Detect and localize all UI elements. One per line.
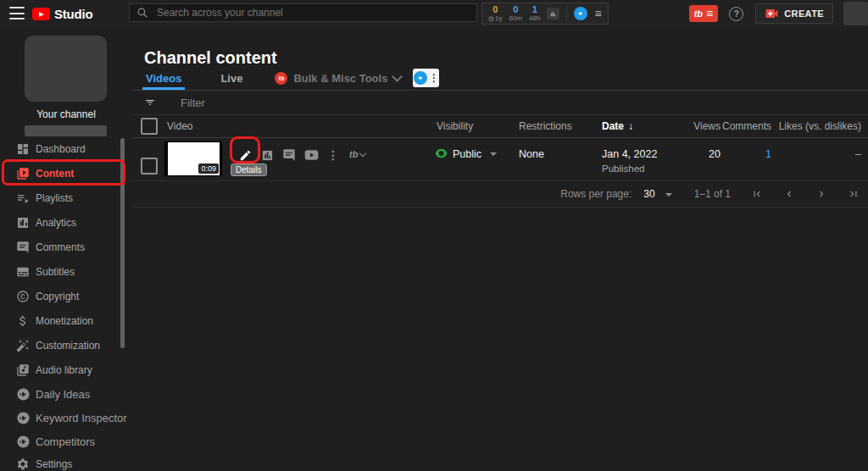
tubebuddy-badge: tb (349, 149, 358, 159)
sidebar-item-label: Audio library (36, 364, 92, 376)
create-label: CREATE (784, 8, 824, 19)
copyright-icon (15, 289, 31, 304)
column-header-restrictions[interactable]: Restrictions (506, 120, 591, 132)
comments-count-link[interactable]: 1 (765, 148, 771, 160)
sidebar-item-audio-library[interactable]: Audio library (0, 357, 132, 382)
channel-avatar[interactable] (25, 36, 107, 102)
tubebuddy-row-dropdown[interactable]: tb (349, 149, 365, 159)
vidiq-tools-button[interactable]: ⋮ (413, 69, 439, 87)
view-on-youtube-button[interactable] (300, 144, 322, 166)
search-input[interactable] (155, 6, 470, 19)
vidiq-chart-icon[interactable] (547, 8, 559, 19)
vidiq-stats-widget[interactable]: 0 1y 0 60m 1 48h ≡ (481, 3, 609, 25)
first-page-button[interactable] (751, 188, 763, 200)
sidebar-item-competitors[interactable]: Competitors (0, 429, 132, 453)
sidebar-scrollbar[interactable] (120, 138, 125, 348)
chevron-down-icon (392, 71, 403, 82)
sidebar-item-dashboard[interactable]: Dashboard (0, 136, 132, 161)
sidebar-item-label: Competitors (36, 435, 95, 448)
sidebar-item-label: Subtitles (36, 266, 75, 278)
column-header-comments[interactable]: Comments (722, 120, 773, 132)
vidiq-menu-icon[interactable]: ≡ (594, 8, 601, 19)
your-channel-label: Your channel (0, 108, 132, 120)
video-duration-badge: 0:09 (198, 163, 219, 174)
help-icon: ? (734, 9, 739, 19)
tab-live[interactable]: Live (219, 66, 244, 90)
youtube-play-icon (32, 8, 50, 20)
filter-bar (132, 91, 868, 115)
sidebar-item-settings[interactable]: Settings (0, 453, 132, 471)
tab-label: Live (220, 72, 242, 85)
stat-48h-value: 1 (532, 5, 537, 14)
main-content: Channel content Videos Live tb Bulk & Mi… (132, 27, 868, 471)
sidebar-item-label: Settings (36, 458, 72, 470)
sidebar-item-subtitles[interactable]: Subtitles (0, 259, 132, 284)
filter-input[interactable] (179, 96, 437, 110)
stat-60m-value: 0 (513, 5, 518, 14)
vidiq-logo-icon[interactable] (574, 7, 587, 20)
sidebar-item-analytics[interactable]: Analytics (0, 210, 132, 235)
tubebuddy-logo: tb (694, 9, 703, 19)
previous-page-button[interactable] (783, 188, 795, 200)
sidebar-item-playlists[interactable]: Playlists (0, 186, 132, 210)
last-page-button[interactable] (848, 188, 860, 200)
account-avatar[interactable] (843, 2, 868, 25)
stat-48h: 1 48h (529, 5, 540, 22)
menu-hamburger-icon[interactable] (9, 7, 25, 19)
filter-icon (143, 97, 157, 108)
sidebar-item-label: Keyword Inspector (36, 412, 127, 424)
stat-60m: 0 60m (509, 5, 522, 22)
rows-per-page-value: 30 (643, 188, 654, 200)
tubebuddy-bulk-tools[interactable]: tb Bulk & Misc Tools (275, 72, 401, 85)
sidebar-item-monetization[interactable]: Monetization (0, 308, 132, 333)
pagination-bar: Rows per page: 30 1–1 of 1 (132, 180, 868, 208)
sort-descending-icon: ↓ (628, 120, 633, 132)
column-header-views[interactable]: Views (684, 120, 722, 132)
sidebar-item-content[interactable]: Content (0, 161, 132, 186)
row-more-button[interactable]: ⋮ (322, 144, 344, 166)
column-header-video[interactable]: Video (164, 120, 424, 132)
youtube-studio-app: Studio 0 1y 0 60m 1 48h (0, 0, 868, 471)
rows-per-page-label: Rows per page: (560, 188, 632, 200)
column-header-visibility[interactable]: Visibility (424, 120, 506, 132)
row-checkbox[interactable] (141, 158, 158, 175)
sidebar-item-customization[interactable]: Customization (0, 333, 132, 357)
sidebar-item-keyword-inspector[interactable]: Keyword Inspector (0, 406, 132, 429)
sidebar-item-label: Daily Ideas (36, 388, 90, 401)
sidebar-item-label: Content (36, 168, 74, 180)
playlists-icon (15, 191, 31, 206)
audio-library-icon (15, 363, 31, 378)
studio-logo[interactable]: Studio (32, 7, 92, 21)
create-button[interactable]: CREATE (755, 3, 833, 24)
more-vertical-icon: ⋮ (429, 73, 439, 83)
tab-label: Videos (146, 72, 181, 85)
public-eye-icon (435, 148, 448, 158)
search-bar[interactable] (129, 3, 477, 22)
visibility-selector[interactable]: Public (435, 148, 506, 160)
sidebar-item-label: Comments (36, 241, 85, 253)
stat-1y-value: 0 (492, 5, 498, 14)
rows-per-page-dropdown[interactable] (665, 193, 672, 197)
tubebuddy-button[interactable]: tb ≡ (689, 5, 719, 22)
views-value: 20 (684, 137, 722, 180)
tab-videos[interactable]: Videos (144, 66, 183, 90)
caret-down-icon (490, 152, 497, 156)
row-comments-button[interactable] (278, 144, 300, 166)
column-header-date[interactable]: Date↓ (591, 120, 684, 132)
sidebar-item-label: Playlists (36, 192, 73, 204)
video-thumbnail[interactable]: 0:09 (164, 141, 222, 176)
topbar-right: tb ≡ ? CREATE (689, 0, 868, 27)
sidebar-item-label: Monetization (36, 315, 93, 327)
sidebar-item-daily-ideas[interactable]: Daily Ideas (0, 382, 132, 406)
dashboard-icon (15, 141, 31, 157)
select-all-checkbox[interactable] (141, 118, 158, 135)
sidebar-item-label: Dashboard (36, 143, 86, 155)
bulk-tools-label: Bulk & Misc Tools (293, 72, 387, 85)
sidebar-item-copyright[interactable]: Copyright (0, 284, 132, 308)
channel-name-redacted (25, 125, 107, 136)
sidebar-item-comments[interactable]: Comments (0, 235, 132, 259)
visibility-value: Public (453, 148, 481, 160)
column-header-likes[interactable]: Likes (vs. dislikes) (773, 120, 868, 132)
help-button[interactable]: ? (729, 7, 743, 21)
next-page-button[interactable] (815, 188, 827, 200)
